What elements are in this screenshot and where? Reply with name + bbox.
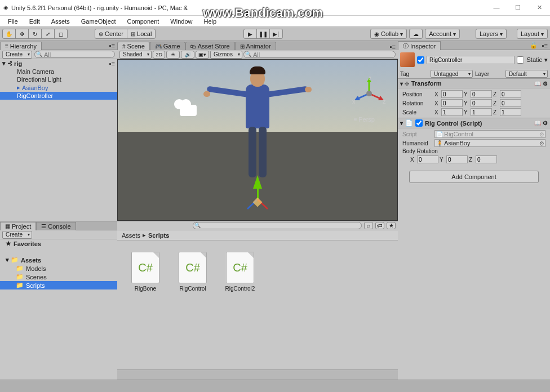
transform-component-header[interactable]: ▾ ⊹ Transform📖 ⚙ bbox=[398, 78, 550, 88]
layer-dropdown[interactable]: Default bbox=[505, 70, 548, 78]
inspector-body: Static▾ Tag Untagged Layer Default ▾ ⊹ T… bbox=[398, 50, 550, 380]
tab-animator[interactable]: ⊞ Animator bbox=[235, 42, 276, 50]
body-rotation-label: Body Rotation bbox=[402, 148, 545, 154]
position-z-input[interactable] bbox=[500, 90, 521, 98]
position-x-input[interactable] bbox=[441, 90, 463, 98]
favorites-header[interactable]: ★ Favorites bbox=[0, 239, 117, 248]
maximize-button[interactable]: ☐ bbox=[511, 4, 525, 11]
mode-2d-toggle[interactable]: 2D bbox=[153, 51, 165, 59]
project-create-dropdown[interactable]: Create bbox=[2, 231, 32, 239]
menu-component[interactable]: Component bbox=[121, 17, 165, 26]
asset-label: RigBone bbox=[135, 286, 156, 292]
rect-tool-button[interactable]: ◻ bbox=[54, 29, 68, 39]
gameobject-icon bbox=[400, 52, 415, 67]
folder-item[interactable]: 📁 Models bbox=[0, 264, 117, 273]
breadcrumb-item[interactable]: Scripts bbox=[148, 232, 169, 239]
lighting-toggle[interactable]: ☀ bbox=[166, 51, 180, 59]
layers-button[interactable]: Layers ▾ bbox=[476, 29, 507, 39]
save-search-icon[interactable]: ★ bbox=[387, 222, 396, 229]
rotation-y-input[interactable] bbox=[471, 99, 492, 107]
hierarchy-create-dropdown[interactable]: Create bbox=[2, 51, 32, 59]
rotate-tool-button[interactable]: ↻ bbox=[28, 29, 42, 39]
scene-viewport[interactable]: ≡ Persp xyz bbox=[117, 59, 398, 221]
collab-button[interactable]: ◉ Collab ▾ bbox=[370, 29, 407, 39]
scale-y-input[interactable] bbox=[471, 108, 492, 116]
breadcrumb-item[interactable]: Assets bbox=[122, 232, 140, 239]
hierarchy-item[interactable]: Directional Light bbox=[0, 75, 117, 83]
play-button[interactable]: ▶ bbox=[243, 29, 257, 39]
step-button[interactable]: ▶| bbox=[269, 29, 283, 39]
cloud-button[interactable]: ☁ bbox=[409, 29, 423, 39]
tab-inspector[interactable]: ⓘ Inspector bbox=[398, 41, 441, 51]
scale-tool-button[interactable]: ⤢ bbox=[41, 29, 55, 39]
bodyrot-y-input[interactable] bbox=[446, 155, 468, 163]
minimize-button[interactable]: — bbox=[489, 4, 504, 11]
panel-menu-icon[interactable]: ▪≡ bbox=[388, 43, 398, 50]
move-gizmo[interactable] bbox=[246, 171, 269, 215]
scale-z-input[interactable] bbox=[500, 108, 521, 116]
hierarchy-item-selected[interactable]: RigController bbox=[0, 92, 117, 100]
tab-hierarchy[interactable]: ≡ Hierarchy bbox=[0, 42, 42, 50]
humanoid-field[interactable]: 🧍 AsianBoy⊙ bbox=[434, 139, 545, 147]
asset-item[interactable]: C# RigControl bbox=[176, 252, 210, 292]
move-tool-button[interactable]: ✥ bbox=[15, 29, 29, 39]
account-button[interactable]: Account ▾ bbox=[425, 29, 460, 39]
hierarchy-search-input[interactable]: All bbox=[34, 51, 115, 58]
shading-mode-dropdown[interactable]: Shaded bbox=[119, 51, 152, 59]
scale-x-input[interactable] bbox=[441, 108, 463, 116]
panel-menu-icon[interactable]: ▪≡ bbox=[107, 42, 117, 49]
layout-button[interactable]: Layout ▾ bbox=[517, 29, 548, 39]
hierarchy-item[interactable]: Main Camera bbox=[0, 68, 117, 75]
asset-item[interactable]: C# RigBone bbox=[128, 252, 162, 292]
tab-project[interactable]: ▦ Project bbox=[0, 222, 36, 230]
gameobject-active-checkbox[interactable] bbox=[417, 56, 424, 64]
menu-window[interactable]: Window bbox=[165, 17, 198, 26]
camera-mode-label[interactable]: ≡ Persp bbox=[354, 116, 375, 123]
watermark-text: www.Bandicam.com bbox=[203, 6, 323, 20]
menu-assets[interactable]: Assets bbox=[46, 17, 76, 26]
lock-icon[interactable]: 🔒 bbox=[527, 42, 540, 49]
folder-item[interactable]: 📁 Scenes bbox=[0, 273, 117, 281]
axis-y-label: Y bbox=[464, 91, 469, 97]
rotation-x-input[interactable] bbox=[441, 99, 463, 107]
add-component-button[interactable]: Add Component bbox=[409, 171, 539, 183]
axis-z-label: Z bbox=[493, 91, 499, 97]
hierarchy-item[interactable]: ▸ AsianBoy bbox=[0, 83, 117, 92]
panel-menu-icon[interactable]: ▪≡ bbox=[540, 42, 550, 49]
tab-scene[interactable]: # Scene bbox=[117, 42, 150, 50]
svg-text:z: z bbox=[383, 98, 386, 105]
rotation-z-input[interactable] bbox=[500, 99, 521, 107]
hierarchy-tree: ▾ ⊰ rig▪≡ Main Camera Directional Light … bbox=[0, 59, 117, 221]
pause-button[interactable]: ❚❚ bbox=[256, 29, 270, 39]
gameobject-name-input[interactable] bbox=[427, 56, 514, 64]
folder-item-selected[interactable]: 📁 Scripts bbox=[0, 281, 117, 289]
bodyrot-x-input[interactable] bbox=[417, 155, 438, 163]
assets-root[interactable]: ▾ 📁 Assets bbox=[0, 256, 117, 264]
orientation-gizmo[interactable]: xyz bbox=[352, 77, 386, 110]
bodyrot-z-input[interactable] bbox=[476, 155, 497, 163]
tab-console[interactable]: ☰ Console bbox=[36, 222, 76, 230]
hierarchy-scene-root[interactable]: ▾ ⊰ rig▪≡ bbox=[0, 59, 117, 68]
component-enabled-checkbox[interactable] bbox=[415, 119, 423, 127]
filter-icon[interactable]: ⌕ bbox=[364, 222, 373, 229]
pivot-local-button[interactable]: ⊞ Local bbox=[127, 29, 156, 39]
asset-item[interactable]: C# RigControl2 bbox=[223, 252, 257, 292]
pivot-center-button[interactable]: ⊕ Center bbox=[95, 29, 127, 39]
label-filter-icon[interactable]: 🏷 bbox=[375, 222, 384, 229]
static-checkbox[interactable] bbox=[517, 56, 524, 64]
position-y-input[interactable] bbox=[471, 90, 492, 98]
close-button[interactable]: ✕ bbox=[532, 4, 547, 11]
rigcontrol-component-header[interactable]: ▾ 📄 Rig Control (Script)📖 ⚙ bbox=[398, 118, 550, 128]
menu-gameobject[interactable]: GameObject bbox=[76, 17, 122, 26]
hand-tool-button[interactable]: ✋ bbox=[2, 29, 16, 39]
tab-asset-store[interactable]: 🛍 Asset Store bbox=[185, 42, 235, 50]
tag-dropdown[interactable]: Untagged bbox=[431, 70, 473, 78]
audio-toggle[interactable]: 🔊 bbox=[181, 51, 194, 59]
status-bar bbox=[0, 380, 550, 392]
layer-label: Layer bbox=[475, 71, 503, 77]
tab-game[interactable]: 🎮 Game bbox=[150, 42, 185, 50]
menu-file[interactable]: File bbox=[2, 17, 24, 26]
project-search-input[interactable] bbox=[193, 222, 362, 229]
script-field[interactable]: 📄 RigControl⊙ bbox=[434, 130, 545, 138]
menu-edit[interactable]: Edit bbox=[24, 17, 46, 26]
